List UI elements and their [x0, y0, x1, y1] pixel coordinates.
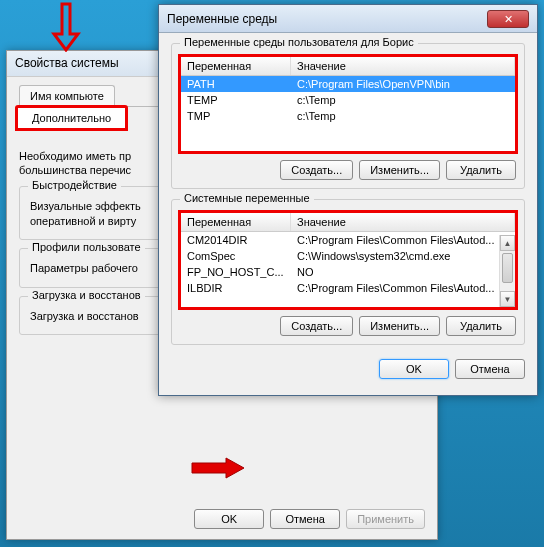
user-new-button[interactable]: Создать...	[280, 160, 353, 180]
environment-variables-dialog: Переменные среды ✕ Переменные среды поль…	[158, 4, 538, 396]
table-row[interactable]: CM2014DIRC:\Program Files\Common Files\A…	[181, 232, 515, 248]
cell-variable: CM2014DIR	[181, 233, 291, 247]
col-variable[interactable]: Переменная	[181, 57, 291, 75]
cell-value: C:\Program Files\Common Files\Autod...	[291, 233, 515, 247]
tab-advanced[interactable]: Дополнительно	[15, 105, 128, 131]
system-variables-list[interactable]: Переменная Значение CM2014DIRC:\Program …	[180, 212, 516, 308]
sys-edit-button[interactable]: Изменить...	[359, 316, 440, 336]
envdlg-footer: OK Отмена	[171, 355, 525, 385]
group-profiles-title: Профили пользовате	[28, 241, 145, 253]
col-value[interactable]: Значение	[291, 57, 515, 75]
cell-value: C:\Program Files\OpenVPN\bin	[291, 77, 515, 91]
group-performance-title: Быстродействие	[28, 179, 121, 191]
cell-variable: PATH	[181, 77, 291, 91]
cell-value: C:\Program Files\Common Files\Autod...	[291, 281, 515, 295]
sysprops-apply-button[interactable]: Применить	[346, 509, 425, 529]
cell-value: C:\Windows\system32\cmd.exe	[291, 249, 515, 263]
sys-scrollbar[interactable]: ▲ ▼	[499, 235, 515, 307]
table-row[interactable]: ILBDIRC:\Program Files\Common Files\Auto…	[181, 280, 515, 296]
tab-computer-name[interactable]: Имя компьюте	[19, 85, 115, 106]
sysprops-ok-button[interactable]: OK	[194, 509, 264, 529]
group-boot-title: Загрузка и восстанов	[28, 289, 145, 301]
sysprops-footer: OK Отмена Применить	[194, 509, 425, 529]
sys-new-button[interactable]: Создать...	[280, 316, 353, 336]
envdlg-ok-button[interactable]: OK	[379, 359, 449, 379]
table-row[interactable]: PATHC:\Program Files\OpenVPN\bin	[181, 76, 515, 92]
scroll-up-icon[interactable]: ▲	[500, 235, 515, 251]
table-row[interactable]: FP_NO_HOST_C...NO	[181, 264, 515, 280]
table-row[interactable]: ComSpecC:\Windows\system32\cmd.exe	[181, 248, 515, 264]
envdlg-cancel-button[interactable]: Отмена	[455, 359, 525, 379]
cell-variable: FP_NO_HOST_C...	[181, 265, 291, 279]
cell-variable: TEMP	[181, 93, 291, 107]
user-list-header[interactable]: Переменная Значение	[181, 57, 515, 76]
cell-value: NO	[291, 265, 515, 279]
sysprops-cancel-button[interactable]: Отмена	[270, 509, 340, 529]
user-delete-button[interactable]: Удалить	[446, 160, 516, 180]
cell-value: c:\Temp	[291, 109, 515, 123]
envdlg-titlebar: Переменные среды ✕	[159, 5, 537, 33]
system-variables-title: Системные переменные	[180, 192, 314, 204]
cell-variable: ComSpec	[181, 249, 291, 263]
close-icon[interactable]: ✕	[487, 10, 529, 28]
scroll-down-icon[interactable]: ▼	[500, 291, 515, 307]
envdlg-title-text: Переменные среды	[167, 12, 277, 26]
cell-value: c:\Temp	[291, 93, 515, 107]
col-variable[interactable]: Переменная	[181, 213, 291, 231]
cell-variable: ILBDIR	[181, 281, 291, 295]
sysprops-title-text: Свойства системы	[15, 56, 119, 70]
user-edit-button[interactable]: Изменить...	[359, 160, 440, 180]
col-value[interactable]: Значение	[291, 213, 515, 231]
table-row[interactable]: TMPc:\Temp	[181, 108, 515, 124]
table-row[interactable]: TEMPc:\Temp	[181, 92, 515, 108]
sys-delete-button[interactable]: Удалить	[446, 316, 516, 336]
user-variables-list[interactable]: Переменная Значение PATHC:\Program Files…	[180, 56, 516, 152]
system-variables-section: Системные переменные Переменная Значение…	[171, 199, 525, 345]
user-variables-title: Переменные среды пользователя для Борис	[180, 36, 418, 48]
sys-list-header[interactable]: Переменная Значение	[181, 213, 515, 232]
annotation-arrow-down	[48, 2, 84, 52]
annotation-arrow-right	[190, 456, 248, 480]
cell-variable: TMP	[181, 109, 291, 123]
user-variables-section: Переменные среды пользователя для Борис …	[171, 43, 525, 189]
scroll-thumb[interactable]	[502, 253, 513, 283]
